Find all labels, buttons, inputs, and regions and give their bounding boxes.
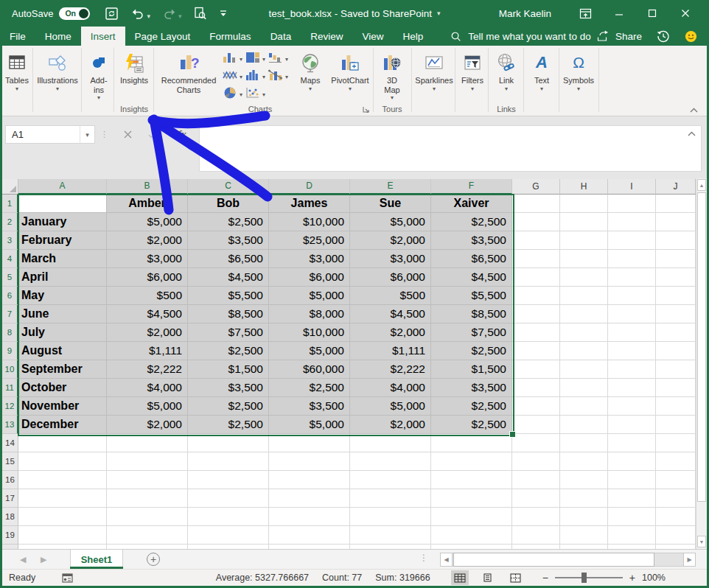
column-header-H[interactable]: H bbox=[560, 178, 608, 195]
cell-A10[interactable]: September bbox=[18, 360, 107, 379]
insert-column-chart-button[interactable]: ▾ bbox=[223, 50, 242, 65]
cell-I18[interactable] bbox=[608, 508, 656, 526]
cell-I12[interactable] bbox=[608, 397, 656, 416]
cell-G9[interactable] bbox=[512, 342, 560, 360]
cell-I8[interactable] bbox=[608, 323, 656, 342]
zoom-level[interactable]: 100% bbox=[642, 573, 666, 583]
zoom-out-button[interactable]: − bbox=[542, 572, 548, 584]
row-header-13[interactable]: 13 bbox=[2, 416, 18, 434]
row-header-16[interactable]: 16 bbox=[2, 471, 18, 489]
cell-B1[interactable]: Amber bbox=[107, 195, 188, 213]
select-all-button[interactable] bbox=[2, 178, 18, 195]
feedback-smiley-button[interactable] bbox=[685, 30, 697, 43]
cell-C3[interactable]: $3,500 bbox=[188, 231, 269, 250]
cell-A3[interactable]: February bbox=[18, 231, 107, 250]
cell-D15[interactable] bbox=[269, 452, 350, 471]
column-header-I[interactable]: I bbox=[608, 178, 656, 195]
history-button[interactable] bbox=[657, 29, 670, 43]
cell-H3[interactable] bbox=[560, 231, 608, 250]
cell-I14[interactable] bbox=[608, 434, 656, 452]
cell-G16[interactable] bbox=[512, 471, 560, 489]
cell-J19[interactable] bbox=[656, 526, 696, 545]
cell-E3[interactable]: $2,000 bbox=[350, 231, 431, 250]
cell-J15[interactable] bbox=[656, 452, 696, 471]
symbols-button[interactable]: Ω Symbols ▾ bbox=[560, 47, 597, 109]
cell-B15[interactable] bbox=[107, 452, 188, 471]
cell-J8[interactable] bbox=[656, 323, 696, 342]
cell-C14[interactable] bbox=[188, 434, 269, 452]
cell-G3[interactable] bbox=[512, 231, 560, 250]
cell-G19[interactable] bbox=[512, 526, 560, 545]
cell-C9[interactable]: $2,500 bbox=[188, 342, 269, 360]
cell-F8[interactable]: $7,500 bbox=[431, 323, 512, 342]
cell-I17[interactable] bbox=[608, 489, 656, 508]
cell-I13[interactable] bbox=[608, 416, 656, 434]
status-count[interactable]: Count: 77 bbox=[322, 573, 362, 583]
sheet-nav-right-icon[interactable]: ▶ bbox=[41, 555, 46, 564]
tab-help[interactable]: Help bbox=[393, 27, 433, 46]
cell-F14[interactable] bbox=[431, 434, 512, 452]
cell-J2[interactable] bbox=[656, 213, 696, 231]
vertical-scrollbar[interactable]: ▲ ▼ bbox=[696, 178, 707, 549]
cell-E1[interactable]: Sue bbox=[350, 195, 431, 213]
cell-D8[interactable]: $10,000 bbox=[269, 323, 350, 342]
cell-C19[interactable] bbox=[188, 526, 269, 545]
cell-H2[interactable] bbox=[560, 213, 608, 231]
cell-I11[interactable] bbox=[608, 379, 656, 397]
cell-F18[interactable] bbox=[431, 508, 512, 526]
cell-F10[interactable]: $1,500 bbox=[431, 360, 512, 379]
cell-H18[interactable] bbox=[560, 508, 608, 526]
cell-G13[interactable] bbox=[512, 416, 560, 434]
cell-E12[interactable]: $5,000 bbox=[350, 397, 431, 416]
cell-J4[interactable] bbox=[656, 250, 696, 268]
cell-F9[interactable]: $2,500 bbox=[431, 342, 512, 360]
cell-J11[interactable] bbox=[656, 379, 696, 397]
cell-G14[interactable] bbox=[512, 434, 560, 452]
cell-F17[interactable] bbox=[431, 489, 512, 508]
column-header-A[interactable]: A bbox=[18, 178, 107, 195]
cell-G12[interactable] bbox=[512, 397, 560, 416]
cell-C18[interactable] bbox=[188, 508, 269, 526]
cell-D17[interactable] bbox=[269, 489, 350, 508]
cell-C4[interactable]: $6,500 bbox=[188, 250, 269, 268]
cell-B16[interactable] bbox=[107, 471, 188, 489]
cell-C15[interactable] bbox=[188, 452, 269, 471]
cell-A15[interactable] bbox=[18, 452, 107, 471]
pivotchart-button[interactable]: PivotChart ▾ bbox=[329, 47, 371, 109]
cell-B3[interactable]: $2,000 bbox=[107, 231, 188, 250]
row-header-7[interactable]: 7 bbox=[2, 305, 18, 323]
cell-A1[interactable] bbox=[18, 195, 107, 213]
column-header-J[interactable]: J bbox=[656, 178, 696, 195]
cell-G6[interactable] bbox=[512, 287, 560, 305]
cell-H15[interactable] bbox=[560, 452, 608, 471]
scroll-down-button[interactable]: ▼ bbox=[697, 536, 706, 547]
maps-button[interactable]: Maps ▾ bbox=[293, 47, 327, 109]
insert-pie-chart-button[interactable]: ▾ bbox=[223, 85, 242, 100]
cell-A14[interactable] bbox=[18, 434, 107, 452]
cell-J6[interactable] bbox=[656, 287, 696, 305]
redo-button[interactable]: ▾ bbox=[162, 7, 182, 20]
cell-H8[interactable] bbox=[560, 323, 608, 342]
sparklines-button[interactable]: Sparklines ▾ bbox=[413, 47, 455, 109]
cell-F6[interactable]: $5,500 bbox=[431, 287, 512, 305]
cell-C2[interactable]: $2,500 bbox=[188, 213, 269, 231]
cell-I6[interactable] bbox=[608, 287, 656, 305]
cell-D14[interactable] bbox=[269, 434, 350, 452]
cell-H6[interactable] bbox=[560, 287, 608, 305]
cell-F5[interactable]: $4,500 bbox=[431, 268, 512, 287]
cell-B9[interactable]: $1,111 bbox=[107, 342, 188, 360]
status-sum[interactable]: Sum: 319666 bbox=[375, 573, 430, 583]
cell-F19[interactable] bbox=[431, 526, 512, 545]
row-header-11[interactable]: 11 bbox=[2, 379, 18, 397]
cell-A17[interactable] bbox=[18, 489, 107, 508]
row-header-10[interactable]: 10 bbox=[2, 360, 18, 379]
charts-dialog-launcher[interactable] bbox=[363, 106, 370, 113]
cell-J13[interactable] bbox=[656, 416, 696, 434]
column-header-D[interactable]: D bbox=[269, 178, 350, 195]
cell-H10[interactable] bbox=[560, 360, 608, 379]
cell-A6[interactable]: May bbox=[18, 287, 107, 305]
cell-D7[interactable]: $8,000 bbox=[269, 305, 350, 323]
column-header-F[interactable]: F bbox=[431, 178, 512, 195]
cell-E6[interactable]: $500 bbox=[350, 287, 431, 305]
cell-A2[interactable]: January bbox=[18, 213, 107, 231]
